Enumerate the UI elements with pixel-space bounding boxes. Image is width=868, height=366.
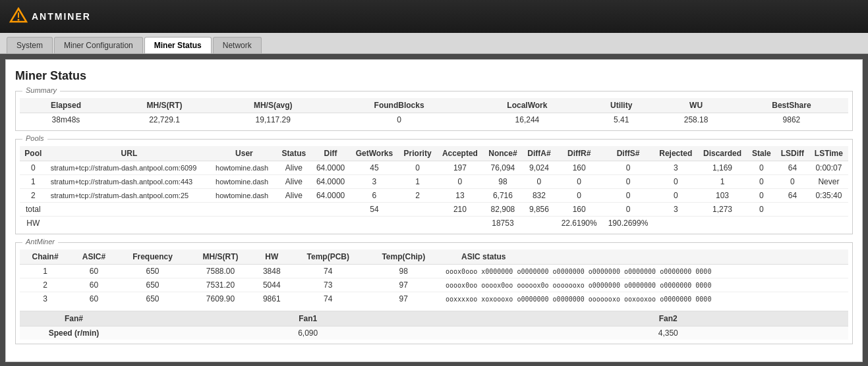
pool-cell-2-6: 2 (399, 189, 437, 203)
pool-cell-3-9: 9,856 (523, 203, 556, 217)
pool-col-accepted: Accepted (437, 146, 484, 161)
fan-speed-label: Speed (r/min) (20, 327, 128, 340)
pool-cell-2-16: 0:35:40 (809, 189, 848, 203)
tab-network[interactable]: Network (213, 37, 262, 53)
summary-col-foundblocks: FoundBlocks (329, 98, 469, 113)
pool-cell-0-8: 76,094 (483, 161, 522, 175)
pool-cell-4-13 (697, 217, 747, 230)
antminer-cell-2-0: 3 (20, 292, 71, 306)
logo-label: ANTMINER (32, 11, 91, 22)
antminer-cell-0-7: ooox0ooo x0000000 o0000000 o0000000 o000… (442, 265, 848, 278)
fan-table: Fan# Fan1 Fan2 Speed (r/min) 6,090 4,350 (20, 311, 848, 340)
summary-col-elapsed: Elapsed (20, 98, 112, 113)
pool-cell-3-2 (212, 203, 277, 217)
pool-cell-4-11: 190.2699% (602, 217, 654, 230)
summary-wu: 258.18 (657, 113, 734, 127)
pool-cell-0-3: Alive (277, 161, 311, 175)
summary-col-mhsavg: MH/S(avg) (217, 98, 329, 113)
pool-cell-3-0: total (20, 203, 47, 217)
pool-cell-4-7 (437, 217, 484, 230)
pool-cell-0-1: stratum+tcp://stratum-dash.antpool.com:6… (47, 161, 212, 175)
tab-system[interactable]: System (7, 37, 53, 53)
pool-cell-1-6: 1 (399, 175, 437, 189)
am-col-mhsrt: MH/S(RT) (188, 249, 253, 265)
pool-cell-2-3: Alive (277, 189, 311, 203)
pool-cell-3-15 (776, 203, 809, 217)
fan-col-fan1: Fan1 (128, 311, 488, 327)
pool-col-user: User (212, 146, 277, 161)
pool-cell-0-7: 197 (437, 161, 484, 175)
pool-cell-3-11: 0 (602, 203, 654, 217)
antminer-cell-2-1: 60 (71, 292, 117, 306)
pool-cell-4-1 (47, 217, 212, 230)
antminer-cell-2-7: ooxxxxoo xoxoooxo o0000000 o0000000 oooo… (442, 292, 848, 306)
summary-legend: Summary (22, 86, 60, 94)
pool-cell-0-9: 9,024 (523, 161, 556, 175)
summary-elapsed: 38m48s (20, 113, 112, 127)
page-title: Miner Status (15, 69, 853, 83)
pool-cell-4-12 (654, 217, 697, 230)
pool-cell-1-1: stratum+tcp://stratum-dash.antpool.com:4… (47, 175, 212, 189)
pool-cell-1-13: 1 (697, 175, 747, 189)
pool-col-diffs: DiffS# (602, 146, 654, 161)
pool-row: 2stratum+tcp://stratum-dash.antpool.com:… (20, 189, 848, 203)
antminer-cell-1-0: 2 (20, 278, 71, 292)
tab-miner-configuration[interactable]: Miner Configuration (54, 37, 143, 53)
am-col-freq: Frequency (117, 249, 188, 265)
pool-cell-1-12: 0 (654, 175, 697, 189)
pool-cell-2-1: stratum+tcp://stratum-dash.antpool.com:2… (47, 189, 212, 203)
pool-cell-1-15: 0 (776, 175, 809, 189)
antminer-cell-1-1: 60 (71, 278, 117, 292)
pool-cell-1-5: 3 (350, 175, 398, 189)
pool-cell-4-14 (747, 217, 776, 230)
antminer-cell-1-2: 650 (117, 278, 188, 292)
pool-cell-1-4: 64.0000 (311, 175, 350, 189)
antminer-cell-1-7: oooox0oo oooox0oo ooooox0o ooooooxo o000… (442, 278, 848, 292)
pool-cell-0-5: 45 (350, 161, 398, 175)
pools-legend: Pools (22, 134, 47, 142)
pool-cell-0-10: 160 (556, 161, 602, 175)
pool-cell-1-7: 0 (437, 175, 484, 189)
pool-cell-0-4: 64.0000 (311, 161, 350, 175)
pool-cell-3-14: 0 (747, 203, 776, 217)
pool-cell-1-0: 1 (20, 175, 47, 189)
antminer-cell-1-6: 97 (366, 278, 442, 292)
antminer-cell-0-0: 1 (20, 265, 71, 278)
fan-speed-row: Speed (r/min) 6,090 4,350 (20, 327, 848, 340)
summary-col-localwork: LocalWork (469, 98, 585, 113)
summary-col-mhsrt: MH/S(RT) (112, 98, 217, 113)
tab-bar: System Miner Configuration Miner Status … (0, 33, 868, 54)
summary-foundblocks: 0 (329, 113, 469, 127)
antminer-legend: AntMiner (22, 238, 58, 246)
tab-miner-status[interactable]: Miner Status (144, 37, 212, 53)
pool-cell-0-0: 0 (20, 161, 47, 175)
antminer-cell-2-6: 97 (366, 292, 442, 306)
antminer-cell-2-2: 650 (117, 292, 188, 306)
antminer-row: 2606507531.2050447397oooox0oo oooox0oo o… (20, 278, 848, 292)
summary-section: Summary Elapsed MH/S(RT) MH/S(avg) Found… (15, 91, 853, 131)
pool-cell-2-0: 2 (20, 189, 47, 203)
pool-col-discarded: Discarded (697, 146, 747, 161)
pool-col-url: URL (47, 146, 212, 161)
pool-cell-3-5: 54 (350, 203, 398, 217)
pool-cell-0-6: 0 (399, 161, 437, 175)
pool-cell-4-6 (399, 217, 437, 230)
pool-cell-4-3 (277, 217, 311, 230)
am-col-tempchip: Temp(Chip) (366, 249, 442, 265)
summary-bestshare: 9862 (735, 113, 848, 127)
pool-cell-1-2: howtomine.dash (212, 175, 277, 189)
summary-mhsrt: 22,729.1 (112, 113, 217, 127)
pool-cell-1-3: Alive (277, 175, 311, 189)
pool-cell-4-10: 22.6190% (556, 217, 602, 230)
pool-col-rejected: Rejected (654, 146, 697, 161)
pool-row: total5421082,9089,856160031,2730 (20, 203, 848, 217)
pool-cell-2-4: 64.0000 (311, 189, 350, 203)
logo: ANTMINER (9, 7, 91, 26)
pool-cell-0-12: 3 (654, 161, 697, 175)
pool-cell-2-13: 103 (697, 189, 747, 203)
am-col-asic: ASIC# (71, 249, 117, 265)
pool-cell-4-9 (523, 217, 556, 230)
summary-col-utility: Utility (585, 98, 657, 113)
pool-cell-3-8: 82,908 (483, 203, 522, 217)
pool-cell-1-16: Never (809, 175, 848, 189)
